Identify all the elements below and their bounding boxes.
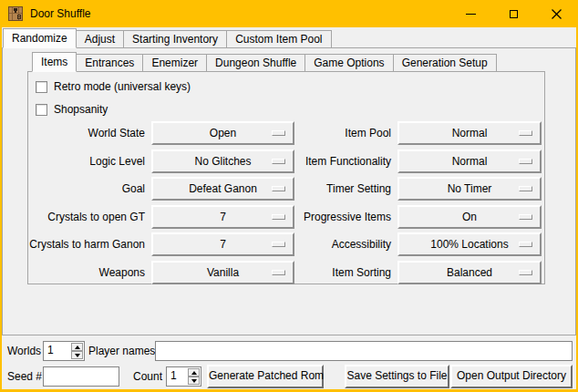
retro-mode-label: Retro mode (universal keys) [54, 80, 191, 93]
tab-generation-setup[interactable]: Generation Setup [393, 54, 497, 72]
crystals-gt-label: Crystals to open GT [28, 205, 145, 229]
timer-setting-dropdown[interactable]: No Timer [397, 177, 542, 201]
worlds-label: Worlds [7, 341, 41, 361]
accessibility-label: Accessibility [247, 232, 391, 256]
item-sorting-dropdown[interactable]: Balanced [397, 261, 542, 284]
item-functionality-value: Normal [452, 155, 488, 168]
generate-patched-rom-button[interactable]: Generate Patched Rom [207, 365, 324, 388]
arrow-up-icon [191, 371, 197, 375]
arrow-up-icon [75, 346, 80, 349]
minimize-icon [466, 14, 476, 15]
maximize-button[interactable] [492, 0, 535, 27]
dropdown-indicator-icon [519, 242, 532, 247]
shopsanity-label: Shopsanity [54, 103, 108, 116]
crystals-gt-value: 7 [220, 211, 226, 223]
close-button[interactable] [535, 0, 578, 27]
door-app-icon [8, 6, 23, 21]
dropdown-indicator-icon [519, 214, 532, 220]
open-output-directory-button[interactable]: Open Output Directory [450, 365, 573, 388]
player-names-input[interactable] [155, 341, 573, 361]
tab-game-options[interactable]: Game Options [304, 54, 393, 72]
logic-level-value: No Glitches [194, 155, 251, 168]
client-area: Randomize Adjust Starting Inventory Cust… [2, 27, 576, 389]
inner-tab-bar: Items Entrances Enemizer Dungeon Shuffle… [32, 52, 496, 72]
shopsanity-checkbox-row: Shopsanity [36, 103, 108, 116]
progressive-items-dropdown[interactable]: On [397, 205, 542, 229]
item-sorting-label: Item Sorting [247, 261, 391, 284]
seed-label: Seed # [7, 366, 42, 387]
item-pool-value: Normal [452, 127, 488, 139]
tab-items[interactable]: Items [32, 52, 77, 72]
timer-setting-value: No Timer [448, 182, 492, 195]
tab-adjust[interactable]: Adjust [76, 30, 124, 48]
accessibility-dropdown[interactable]: 100% Locations [397, 232, 542, 256]
maximize-icon [510, 10, 518, 18]
progressive-items-value: On [462, 211, 477, 223]
shopsanity-checkbox[interactable] [36, 104, 47, 116]
count-label: Count [133, 366, 162, 387]
seed-input[interactable] [43, 366, 119, 387]
crystals-ganon-label: Crystals to harm Ganon [10, 232, 145, 256]
tab-custom-item-pool[interactable]: Custom Item Pool [226, 30, 331, 48]
tab-randomize[interactable]: Randomize [3, 28, 77, 48]
tab-starting-inventory[interactable]: Starting Inventory [123, 30, 227, 48]
spin-down-button[interactable] [71, 351, 83, 359]
outer-tab-bar: Randomize Adjust Starting Inventory Cust… [3, 28, 331, 48]
tab-dungeon-shuffle[interactable]: Dungeon Shuffle [206, 54, 305, 72]
arrow-down-icon [75, 354, 80, 357]
logic-level-label: Logic Level [28, 150, 145, 173]
retro-mode-checkbox[interactable] [36, 81, 47, 93]
item-functionality-dropdown[interactable]: Normal [397, 150, 542, 173]
worlds-spin-buttons [71, 343, 83, 359]
world-state-label: World State [28, 121, 145, 145]
app-window: Door Shuffle Randomize Adjust Starting I… [0, 0, 578, 392]
weapons-label: Weapons [28, 261, 145, 284]
item-pool-dropdown[interactable]: Normal [397, 121, 542, 145]
player-names-label: Player names [88, 341, 155, 361]
dropdown-indicator-icon [519, 159, 532, 164]
save-settings-button[interactable]: Save Settings to File [345, 365, 449, 388]
dropdown-indicator-icon [519, 186, 532, 191]
spin-up-button[interactable] [188, 368, 200, 377]
item-functionality-label: Item Functionality [247, 150, 391, 173]
minimize-button[interactable] [449, 0, 492, 27]
item-pool-label: Item Pool [247, 121, 391, 145]
accessibility-value: 100% Locations [430, 238, 508, 251]
count-value: 1 [170, 369, 177, 382]
retro-mode-checkbox-row: Retro mode (universal keys) [36, 80, 191, 93]
close-icon [552, 9, 562, 19]
worlds-spinbox[interactable]: 1 [43, 341, 85, 361]
titlebar[interactable]: Door Shuffle [0, 0, 578, 27]
count-spin-buttons [188, 368, 200, 385]
item-sorting-value: Balanced [447, 266, 492, 279]
progressive-items-label: Progressive Items [247, 205, 391, 229]
count-spinbox[interactable]: 1 [166, 366, 201, 387]
items-page: Retro mode (universal keys) Shopsanity W… [27, 71, 545, 284]
dropdown-indicator-icon [519, 130, 532, 136]
spin-up-button[interactable] [71, 343, 83, 351]
dropdown-indicator-icon [519, 270, 532, 275]
world-state-value: Open [210, 127, 236, 139]
worlds-value: 1 [47, 344, 54, 356]
timer-setting-label: Timer Setting [247, 177, 391, 201]
weapons-value: Vanilla [207, 266, 239, 279]
goal-label: Goal [28, 177, 145, 201]
tab-entrances[interactable]: Entrances [76, 54, 143, 72]
window-title: Door Shuffle [30, 7, 91, 20]
spin-down-button[interactable] [188, 377, 200, 385]
arrow-down-icon [191, 379, 197, 383]
crystals-ganon-value: 7 [220, 238, 226, 251]
tab-enemizer[interactable]: Enemizer [142, 54, 207, 72]
